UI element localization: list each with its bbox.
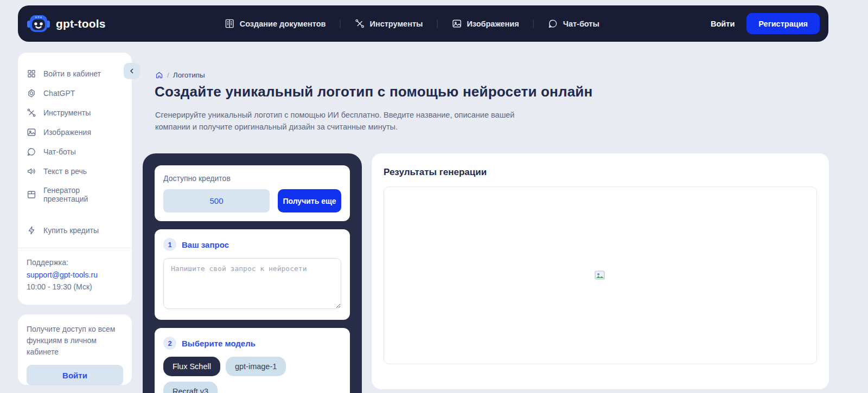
nav-item-chatbots[interactable]: Чат-боты [548, 18, 599, 29]
tools-icon [354, 18, 365, 29]
image-icon [27, 127, 36, 137]
credits-label: Доступно кредитов [163, 174, 341, 183]
dashboard-grid-icon [27, 69, 36, 79]
nav-separator [533, 20, 534, 28]
nav-item-tools[interactable]: Инструменты [354, 18, 423, 29]
sidebar-item-chatbots[interactable]: Чат-боты [27, 142, 123, 162]
support-hours: 10:00 - 19:30 (Мск) [27, 281, 123, 293]
image-icon [451, 18, 462, 29]
nav-separator [340, 20, 340, 28]
login-link[interactable]: Войти [711, 20, 735, 28]
page-title: Создайте уникальный логотип с помощью не… [155, 83, 643, 100]
document-icon [225, 18, 235, 29]
results-empty-area [384, 186, 817, 364]
chat-icon [27, 147, 36, 157]
register-button[interactable]: Регистрация [746, 13, 820, 34]
breadcrumb-separator: / [167, 71, 169, 79]
brand[interactable]: gpt-tools [27, 14, 106, 34]
credits-card: Доступно кредитов 500 Получить еще [155, 165, 350, 221]
sidebar-promo-card: Получите доступ ко всем функциям в лично… [18, 314, 132, 385]
brand-name: gpt-tools [56, 17, 106, 30]
support-label: Поддержка: [27, 256, 123, 269]
step-number-badge: 2 [163, 337, 176, 350]
nav-separator [437, 20, 437, 28]
credits-value: 500 [163, 189, 270, 212]
model-card: 2 Выберите модель Flux Schell gpt-image-… [155, 328, 350, 393]
sidebar-item-tools[interactable]: Инструменты [27, 103, 123, 123]
breadcrumb-page: Логотипы [173, 71, 205, 79]
sidebar-item-cabinet[interactable]: Войти в кабинет [27, 64, 123, 83]
prompt-textarea[interactable] [163, 258, 341, 309]
results-panel: Результаты генерации [372, 153, 829, 389]
results-title: Результаты генерации [384, 167, 817, 178]
sidebar-item-tts[interactable]: Текст в речь [27, 162, 123, 181]
support-email-link[interactable]: support@gpt-tools.ru [27, 269, 123, 281]
chat-icon [548, 18, 558, 29]
tools-icon [27, 108, 36, 118]
main-nav: Создание документов Инструменты Изображ [225, 5, 599, 42]
promo-login-button[interactable]: Войти [27, 365, 123, 385]
model-list: Flux Schell gpt-image-1 Recraft v3 [163, 357, 341, 393]
sidebar-item-presentations[interactable]: Генератор презентаций [27, 181, 123, 208]
gpt-tools-logo-icon [27, 14, 50, 34]
step-number-badge: 1 [163, 238, 176, 251]
breadcrumb: / Логотипы [155, 71, 205, 79]
sidebar-item-images[interactable]: Изображения [27, 123, 123, 142]
home-icon[interactable] [155, 71, 163, 79]
chevron-left-icon [129, 68, 135, 74]
sidebar-item-buy-credits[interactable]: Купить кредиты [27, 221, 123, 240]
sidebar-collapse-button[interactable] [124, 63, 140, 79]
get-more-credits-button[interactable]: Получить еще [278, 189, 341, 212]
speaker-icon [27, 166, 36, 176]
model-step-label: Выберите модель [182, 339, 256, 348]
page-subtitle: Сгенерируйте уникальный логотип с помощь… [155, 109, 535, 133]
model-pill-recraft-v3[interactable]: Recraft v3 [163, 382, 218, 393]
chatgpt-icon [27, 88, 36, 98]
nav-item-documents[interactable]: Создание документов [225, 18, 326, 29]
auth-controls: Войти Регистрация [711, 13, 820, 34]
sidebar-item-chatgpt[interactable]: ChatGPT [27, 83, 123, 103]
generator-panel: Доступно кредитов 500 Получить еще 1 Ваш… [143, 153, 362, 393]
nav-item-images[interactable]: Изображения [451, 18, 519, 29]
prompt-card: 1 Ваш запрос [155, 229, 350, 320]
support-block: Поддержка: support@gpt-tools.ru 10:00 - … [27, 248, 123, 293]
presentation-icon [27, 190, 36, 199]
promo-text: Получите доступ ко всем функциям в лично… [27, 324, 123, 358]
prompt-step-label: Ваш запрос [182, 240, 229, 249]
top-navbar: gpt-tools Создание документов И [18, 5, 828, 42]
sidebar: Войти в кабинет ChatGPT Инструменты [18, 53, 132, 305]
model-pill-gpt-image-1[interactable]: gpt-image-1 [226, 357, 286, 376]
model-pill-flux-schell[interactable]: Flux Schell [163, 357, 220, 376]
broken-image-placeholder-icon [595, 270, 607, 280]
lightning-icon [27, 226, 36, 235]
